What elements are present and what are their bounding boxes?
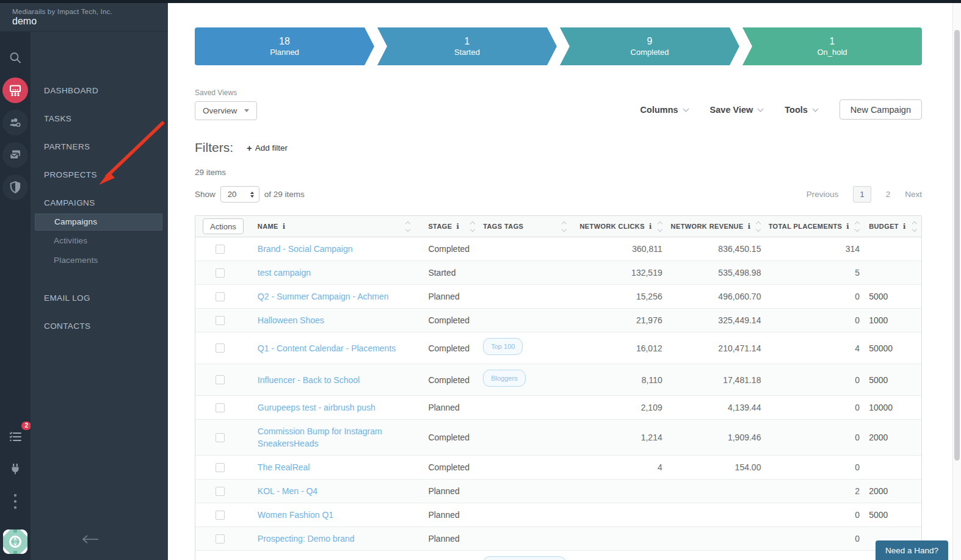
show-label: Show bbox=[195, 190, 216, 199]
search-icon[interactable] bbox=[2, 45, 28, 71]
campaign-name-link[interactable]: Influencer - Back to School bbox=[258, 374, 360, 386]
sidebar-item[interactable]: EMAIL LOG bbox=[31, 289, 168, 307]
row-checkbox[interactable] bbox=[216, 403, 225, 412]
integrations-plug-icon[interactable] bbox=[2, 456, 28, 482]
total-placements-cell: 314 bbox=[763, 237, 862, 260]
tasks-checklist-icon[interactable]: 2 bbox=[2, 424, 28, 450]
budget-cell: 5000 bbox=[862, 285, 921, 308]
sidebar-item-label: DASHBOARD bbox=[44, 86, 98, 95]
info-icon: i bbox=[903, 222, 906, 231]
sidebar-item[interactable]: CAMPAIGNS bbox=[31, 194, 168, 212]
funnel-stage[interactable]: 1 Started bbox=[377, 27, 557, 65]
add-partner-icon[interactable] bbox=[2, 110, 28, 135]
stage-count: 1 bbox=[465, 35, 470, 47]
campaign-name-link[interactable]: test campaign bbox=[258, 267, 311, 279]
campaign-name-link[interactable]: KOL - Men - Q4 bbox=[258, 485, 317, 497]
row-checkbox[interactable] bbox=[216, 534, 225, 544]
funnel-stage[interactable]: 1 On_hold bbox=[742, 27, 922, 65]
campaign-name-link[interactable]: The RealReal bbox=[258, 461, 310, 473]
sidebar-item-label: Placements bbox=[54, 256, 98, 265]
more-options-icon[interactable] bbox=[2, 489, 28, 514]
stage-funnel: 18 Planned 1 Started 9 Completed 1 On_ho… bbox=[195, 27, 922, 65]
sidebar-nav: DASHBOARD TASKS PARTNERS PROSPECTS CAMPA… bbox=[31, 32, 168, 560]
save-view-menu[interactable]: Save View bbox=[710, 105, 763, 115]
sidebar-item[interactable]: PROSPECTS bbox=[31, 166, 168, 184]
sidebar-item[interactable]: Activities bbox=[31, 232, 168, 250]
sort-icon[interactable] bbox=[658, 222, 662, 231]
row-checkbox[interactable] bbox=[216, 292, 225, 301]
page-size-group: Show 20 of 29 items bbox=[195, 186, 305, 203]
security-shield-icon[interactable] bbox=[2, 174, 28, 200]
campaigns-icon[interactable] bbox=[2, 77, 28, 103]
sort-icon[interactable] bbox=[562, 222, 566, 231]
sidebar-item[interactable]: Campaigns bbox=[35, 214, 162, 231]
sort-icon[interactable] bbox=[855, 222, 859, 231]
tag-pill: Top 100 bbox=[483, 338, 523, 355]
row-checkbox[interactable] bbox=[216, 268, 225, 278]
page-1-button[interactable]: 1 bbox=[853, 186, 871, 203]
campaign-name-link[interactable]: Commission Bump for Instagram SneakersHe… bbox=[258, 425, 419, 450]
avatar[interactable] bbox=[3, 529, 27, 554]
sort-icon[interactable] bbox=[756, 222, 760, 231]
sidebar-item[interactable]: DASHBOARD bbox=[31, 82, 168, 100]
stage-label: Started bbox=[454, 47, 480, 57]
page-size-select[interactable]: 20 bbox=[220, 186, 259, 203]
previous-page-button[interactable]: Previous bbox=[807, 190, 839, 199]
row-checkbox[interactable] bbox=[216, 433, 225, 442]
row-checkbox[interactable] bbox=[216, 316, 225, 325]
campaign-name-link[interactable]: Gurupeeps test - airbrush push bbox=[258, 401, 375, 414]
sidebar-item[interactable]: PARTNERS bbox=[31, 138, 168, 156]
tag-pill: Top50TravelInfluence ... bbox=[483, 556, 566, 560]
campaign-name-link[interactable]: Brand - Social Campaign bbox=[258, 243, 353, 255]
collapse-sidebar-icon[interactable] bbox=[81, 534, 100, 547]
row-checkbox[interactable] bbox=[216, 245, 225, 254]
funnel-stage[interactable]: 18 Planned bbox=[195, 27, 374, 65]
funnel-stage[interactable]: 9 Completed bbox=[560, 27, 739, 65]
sort-icon[interactable] bbox=[471, 222, 474, 231]
columns-menu[interactable]: Columns bbox=[640, 105, 688, 115]
next-page-button[interactable]: Next bbox=[905, 190, 922, 199]
campaign-name-link[interactable]: Women Fashion Q1 bbox=[258, 509, 333, 521]
info-icon: i bbox=[748, 222, 751, 231]
row-checkbox[interactable] bbox=[216, 343, 225, 353]
sidebar-item[interactable]: Placements bbox=[31, 251, 168, 270]
sidebar-item[interactable]: TASKS bbox=[31, 110, 168, 128]
stage-count: 18 bbox=[279, 35, 290, 47]
row-checkbox[interactable] bbox=[216, 375, 225, 384]
table-row: Brand - Social Campaign Completed 360,81… bbox=[195, 237, 921, 260]
page-2-button[interactable]: 2 bbox=[886, 190, 891, 199]
sidebar: Mediarails by Impact Tech, Inc. demo bbox=[0, 0, 168, 560]
campaign-name-link[interactable]: Q1 - Content Calendar - Placements bbox=[258, 342, 396, 354]
campaign-name-link[interactable]: Prospecting: Demo brand bbox=[258, 533, 355, 545]
sidebar-item-label: PROSPECTS bbox=[44, 170, 97, 179]
add-filter-button[interactable]: + Add filter bbox=[247, 143, 288, 153]
table-row: Women Fashion Q1 Planned 0 5000 bbox=[195, 503, 921, 526]
actions-button[interactable]: Actions bbox=[203, 218, 244, 234]
row-checkbox[interactable] bbox=[216, 463, 225, 472]
network-clicks-cell: 360,811 bbox=[575, 237, 665, 260]
budget-cell bbox=[862, 462, 921, 473]
stage-cell: Completed bbox=[428, 309, 483, 332]
sort-icon[interactable] bbox=[406, 222, 410, 231]
total-placements-cell: 0 bbox=[763, 368, 862, 392]
row-checkbox[interactable] bbox=[216, 511, 225, 520]
tools-menu[interactable]: Tools bbox=[785, 105, 818, 115]
need-a-hand-button[interactable]: Need a Hand? bbox=[876, 540, 948, 560]
scrollbar-track[interactable] bbox=[952, 3, 961, 560]
new-campaign-button[interactable]: New Campaign bbox=[840, 99, 922, 120]
scrollbar-thumb[interactable] bbox=[954, 30, 960, 461]
stage-cell: Planned bbox=[428, 503, 483, 526]
sidebar-item[interactable]: CONTACTS bbox=[31, 317, 168, 336]
row-checkbox[interactable] bbox=[216, 487, 225, 496]
total-placements-cell: 2 bbox=[763, 479, 862, 503]
campaign-name-link[interactable]: Q2 - Summer Campaign - Achmen bbox=[258, 290, 389, 303]
network-clicks-cell bbox=[575, 486, 665, 497]
total-placements-cell: 5 bbox=[763, 261, 862, 284]
filters-label: Filters: bbox=[195, 140, 233, 155]
stage-label: On_hold bbox=[817, 47, 847, 57]
network-clicks-cell: 15,256 bbox=[575, 285, 665, 308]
email-stack-icon[interactable] bbox=[2, 142, 28, 168]
view-selector[interactable]: Overview bbox=[195, 101, 257, 120]
campaign-name-link[interactable]: Halloween Shoes bbox=[258, 314, 324, 326]
sort-icon[interactable] bbox=[913, 222, 916, 231]
